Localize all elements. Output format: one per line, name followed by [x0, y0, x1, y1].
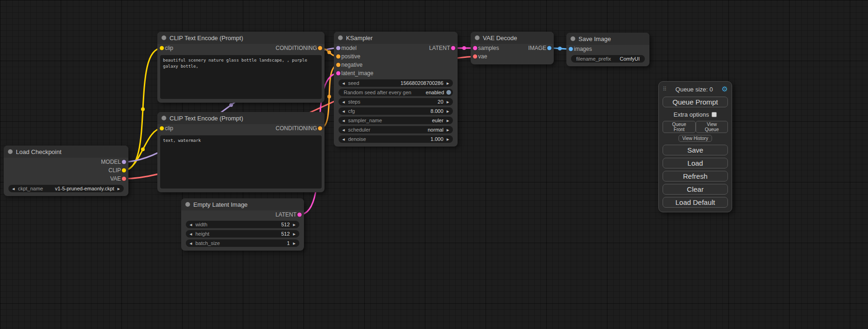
load-button[interactable]: Load [663, 158, 728, 168]
toggle-knob-icon[interactable] [446, 90, 451, 95]
slot-row: images [566, 45, 649, 53]
output-slot-conditioning[interactable] [318, 46, 322, 50]
ckpt-name-widget[interactable]: ◀ ckpt_name v1-5-pruned-emaonly.ckpt ▶ [8, 185, 124, 192]
width-widget[interactable]: ◀ width 512 ▶ [186, 221, 299, 228]
sampler-name-widget[interactable]: ◀ sampler_name euler ▶ [339, 117, 453, 124]
decrement-arrow-icon[interactable]: ◀ [11, 187, 15, 190]
increment-arrow-icon[interactable]: ▶ [446, 128, 450, 132]
seed-widget[interactable]: ◀ seed 156680208700286 ▶ [339, 79, 453, 87]
node-title: Save Image [579, 35, 611, 42]
node-clip-text-encode-negative[interactable]: CLIP Text Encode (Prompt) clip CONDITION… [157, 112, 325, 192]
load-default-button[interactable]: Load Default [663, 197, 728, 208]
input-slot-model[interactable] [336, 46, 340, 50]
slot-row: latent_image [334, 69, 458, 77]
increment-arrow-icon[interactable]: ▶ [446, 82, 450, 85]
node-clip-text-encode-positive[interactable]: CLIP Text Encode (Prompt) clip CONDITION… [157, 32, 325, 103]
increment-arrow-icon[interactable]: ▶ [446, 100, 450, 104]
collapse-dot-icon[interactable] [162, 116, 166, 120]
queue-front-button[interactable]: Queue Front [663, 121, 696, 133]
clear-button[interactable]: Clear [663, 184, 728, 195]
slot-row: negative [334, 61, 458, 69]
slot-row: VAE [4, 175, 128, 183]
node-title-bar[interactable]: Load Checkpoint [4, 146, 128, 158]
input-slot-vae[interactable] [473, 55, 477, 59]
denoise-widget[interactable]: ◀ denoise 1.000 ▶ [339, 135, 453, 143]
random-seed-toggle[interactable]: Random seed after every gen enabled [339, 89, 453, 96]
widget-value: ComfyUI [620, 56, 640, 62]
node-title-bar[interactable]: VAE Decode [471, 32, 554, 44]
decrement-arrow-icon[interactable]: ◀ [341, 138, 346, 141]
input-slot-latent-image[interactable] [336, 71, 340, 76]
decrement-arrow-icon[interactable]: ◀ [189, 223, 193, 226]
decrement-arrow-icon[interactable]: ◀ [341, 128, 346, 132]
slot-row: vae [471, 52, 554, 61]
node-empty-latent-image[interactable]: Empty Latent Image LATENT ◀ width 512 ▶ … [181, 198, 304, 251]
input-slot-negative[interactable] [336, 63, 340, 67]
output-slot-latent[interactable] [451, 46, 455, 50]
output-label-latent: LATENT [429, 45, 450, 51]
widget-label: sampler_name [348, 118, 382, 123]
decrement-arrow-icon[interactable]: ◀ [341, 119, 346, 122]
output-slot-vae[interactable] [122, 177, 126, 181]
input-slot-clip[interactable] [160, 126, 164, 131]
decrement-arrow-icon[interactable]: ◀ [341, 100, 346, 104]
collapse-dot-icon[interactable] [571, 36, 575, 41]
input-label-model: model [341, 45, 357, 51]
increment-arrow-icon[interactable]: ▶ [446, 138, 450, 141]
view-queue-button[interactable]: View Queue [696, 121, 728, 133]
slot-row: model LATENT [334, 44, 458, 52]
output-slot-clip[interactable] [122, 168, 126, 173]
extra-options-checkbox[interactable] [712, 112, 717, 117]
drag-handle-icon[interactable]: ⠿ [663, 86, 667, 92]
output-slot-image[interactable] [547, 46, 551, 50]
input-slot-images[interactable] [569, 47, 573, 51]
input-slot-samples[interactable] [473, 46, 477, 50]
refresh-button[interactable]: Refresh [663, 171, 728, 182]
output-slot-conditioning[interactable] [318, 126, 322, 131]
node-save-image[interactable]: Save Image images filename_prefix ComfyU… [566, 33, 649, 66]
prompt-textarea[interactable]: text, watermark [160, 135, 322, 189]
widget-label: ckpt_name [18, 186, 43, 191]
collapse-dot-icon[interactable] [338, 35, 343, 40]
node-vae-decode[interactable]: VAE Decode samples IMAGE vae [471, 32, 554, 64]
extra-options-row: Extra options [663, 111, 728, 118]
save-button[interactable]: Save [663, 145, 728, 155]
settings-gear-icon[interactable]: ⚙ [722, 85, 728, 93]
node-load-checkpoint[interactable]: Load Checkpoint MODEL CLIP VAE ◀ ckpt_na… [4, 146, 128, 196]
collapse-dot-icon[interactable] [162, 35, 166, 40]
steps-widget[interactable]: ◀ steps 20 ▶ [339, 98, 453, 105]
filename-prefix-widget[interactable]: filename_prefix ComfyUI [571, 55, 645, 63]
increment-arrow-icon[interactable]: ▶ [117, 187, 121, 190]
batch-size-widget[interactable]: ◀ batch_size 1 ▶ [186, 239, 299, 247]
node-title-bar[interactable]: CLIP Text Encode (Prompt) [157, 32, 325, 44]
input-slot-positive[interactable] [336, 55, 340, 59]
collapse-dot-icon[interactable] [475, 35, 480, 40]
node-title-bar[interactable]: Empty Latent Image [181, 198, 304, 210]
graph-canvas[interactable]: Load Checkpoint MODEL CLIP VAE ◀ ckpt_na… [0, 0, 868, 329]
output-slot-latent[interactable] [297, 213, 302, 217]
view-history-button[interactable]: View History [678, 135, 712, 142]
cfg-widget[interactable]: ◀ cfg 8.000 ▶ [339, 107, 453, 115]
node-ksampler[interactable]: KSampler model LATENT positive negative … [334, 32, 458, 147]
widget-label: denoise [348, 136, 366, 142]
increment-arrow-icon[interactable]: ▶ [446, 119, 450, 122]
decrement-arrow-icon[interactable]: ◀ [341, 82, 346, 85]
increment-arrow-icon[interactable]: ▶ [292, 223, 296, 226]
node-title-bar[interactable]: CLIP Text Encode (Prompt) [157, 112, 325, 124]
increment-arrow-icon[interactable]: ▶ [292, 232, 296, 236]
collapse-dot-icon[interactable] [8, 149, 13, 154]
input-slot-clip[interactable] [160, 46, 164, 50]
decrement-arrow-icon[interactable]: ◀ [189, 232, 193, 236]
scheduler-widget[interactable]: ◀ scheduler normal ▶ [339, 126, 453, 133]
queue-prompt-button[interactable]: Queue Prompt [663, 97, 728, 107]
height-widget[interactable]: ◀ height 512 ▶ [186, 230, 299, 238]
node-title-bar[interactable]: KSampler [334, 32, 458, 44]
prompt-textarea[interactable]: beautiful scenery nature glass bottle la… [160, 55, 322, 99]
node-title-bar[interactable]: Save Image [566, 33, 649, 45]
increment-arrow-icon[interactable]: ▶ [292, 242, 296, 245]
decrement-arrow-icon[interactable]: ◀ [341, 110, 346, 113]
collapse-dot-icon[interactable] [185, 202, 190, 207]
increment-arrow-icon[interactable]: ▶ [446, 110, 450, 113]
output-slot-model[interactable] [122, 160, 126, 164]
decrement-arrow-icon[interactable]: ◀ [189, 242, 193, 245]
